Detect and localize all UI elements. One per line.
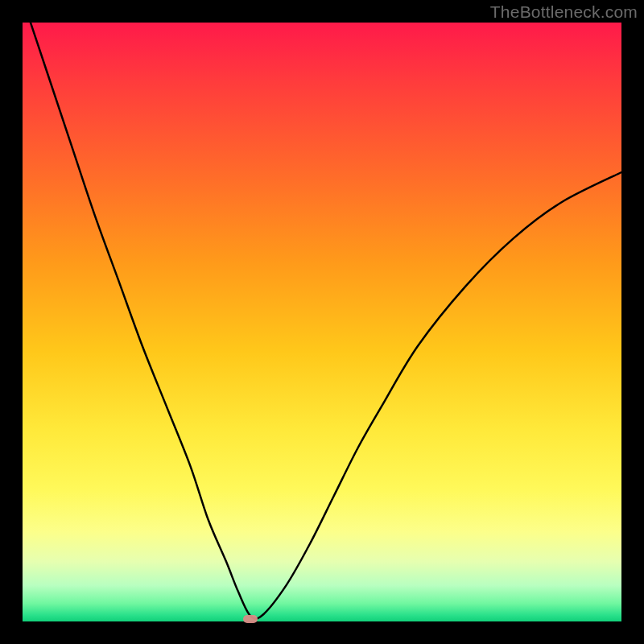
watermark-text: TheBottleneck.com	[490, 2, 638, 22]
plot-area	[23, 23, 621, 621]
minimum-marker	[243, 615, 258, 623]
chart-frame: TheBottleneck.com	[0, 0, 644, 644]
bottleneck-curve	[23, 23, 621, 621]
